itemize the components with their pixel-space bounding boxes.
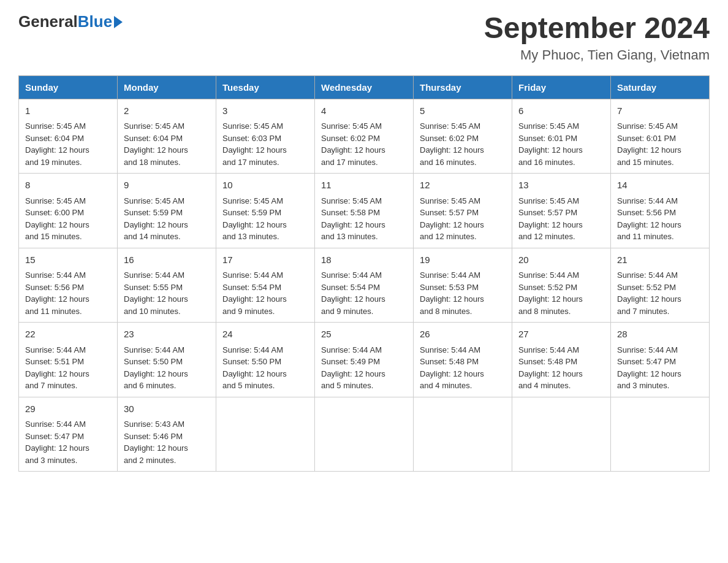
day-number: 4 [321, 104, 407, 118]
cell-sun-info: Sunrise: 5:45 AMSunset: 6:00 PMDaylight:… [25, 195, 111, 243]
day-header-sunday: Sunday [19, 75, 118, 99]
calendar-cell: 16Sunrise: 5:44 AMSunset: 5:55 PMDayligh… [118, 248, 216, 323]
calendar-cell: 14Sunrise: 5:44 AMSunset: 5:56 PMDayligh… [611, 174, 710, 248]
day-number: 10 [222, 178, 308, 193]
cell-sun-info: Sunrise: 5:45 AMSunset: 6:03 PMDaylight:… [222, 120, 308, 168]
day-number: 25 [321, 327, 407, 342]
cell-sun-info: Sunrise: 5:44 AMSunset: 5:51 PMDaylight:… [25, 344, 111, 392]
calendar-cell: 1Sunrise: 5:45 AMSunset: 6:04 PMDaylight… [19, 99, 118, 174]
cell-sun-info: Sunrise: 5:44 AMSunset: 5:50 PMDaylight:… [124, 344, 210, 392]
cell-sun-info: Sunrise: 5:45 AMSunset: 5:57 PMDaylight:… [420, 195, 506, 243]
day-number: 14 [617, 178, 703, 193]
cell-sun-info: Sunrise: 5:45 AMSunset: 5:58 PMDaylight:… [321, 195, 407, 243]
day-number: 22 [25, 327, 111, 342]
calendar-cell: 29Sunrise: 5:44 AMSunset: 5:47 PMDayligh… [19, 397, 118, 472]
cell-sun-info: Sunrise: 5:44 AMSunset: 5:48 PMDaylight:… [420, 344, 506, 392]
day-header-tuesday: Tuesday [216, 75, 315, 99]
calendar-cell: 22Sunrise: 5:44 AMSunset: 5:51 PMDayligh… [19, 323, 118, 397]
cell-sun-info: Sunrise: 5:45 AMSunset: 5:59 PMDaylight:… [124, 195, 210, 243]
day-number: 1 [25, 104, 111, 118]
logo: General Blue [18, 12, 123, 31]
calendar-cell: 11Sunrise: 5:45 AMSunset: 5:58 PMDayligh… [315, 174, 414, 248]
title-area: September 2024 My Phuoc, Tien Giang, Vie… [484, 12, 710, 63]
logo-general-text: General [18, 12, 78, 31]
calendar-cell: 10Sunrise: 5:45 AMSunset: 5:59 PMDayligh… [216, 174, 315, 248]
cell-sun-info: Sunrise: 5:44 AMSunset: 5:56 PMDaylight:… [617, 195, 703, 243]
day-number: 9 [124, 178, 210, 193]
week-row-1: 1Sunrise: 5:45 AMSunset: 6:04 PMDaylight… [19, 99, 710, 174]
cell-sun-info: Sunrise: 5:45 AMSunset: 6:01 PMDaylight:… [518, 120, 604, 168]
calendar-cell: 23Sunrise: 5:44 AMSunset: 5:50 PMDayligh… [118, 323, 216, 397]
calendar-cell [216, 397, 315, 472]
day-number: 15 [25, 253, 111, 267]
calendar-cell: 2Sunrise: 5:45 AMSunset: 6:04 PMDaylight… [118, 99, 216, 174]
day-header-wednesday: Wednesday [315, 75, 414, 99]
cell-sun-info: Sunrise: 5:45 AMSunset: 6:01 PMDaylight:… [617, 120, 703, 168]
day-number: 8 [25, 178, 111, 193]
calendar-cell: 17Sunrise: 5:44 AMSunset: 5:54 PMDayligh… [216, 248, 315, 323]
cell-sun-info: Sunrise: 5:44 AMSunset: 5:49 PMDaylight:… [321, 344, 407, 392]
calendar-cell: 20Sunrise: 5:44 AMSunset: 5:52 PMDayligh… [512, 248, 611, 323]
cell-sun-info: Sunrise: 5:44 AMSunset: 5:47 PMDaylight:… [617, 344, 703, 392]
calendar-cell: 18Sunrise: 5:44 AMSunset: 5:54 PMDayligh… [315, 248, 414, 323]
location-title: My Phuoc, Tien Giang, Vietnam [484, 47, 710, 63]
calendar-cell: 28Sunrise: 5:44 AMSunset: 5:47 PMDayligh… [611, 323, 710, 397]
cell-sun-info: Sunrise: 5:45 AMSunset: 5:57 PMDaylight:… [518, 195, 604, 243]
cell-sun-info: Sunrise: 5:45 AMSunset: 5:59 PMDaylight:… [222, 195, 308, 243]
day-number: 3 [222, 104, 308, 118]
day-number: 18 [321, 253, 407, 267]
cell-sun-info: Sunrise: 5:44 AMSunset: 5:54 PMDaylight:… [222, 269, 308, 317]
page-header: General Blue September 2024 My Phuoc, Ti… [18, 12, 710, 63]
month-title: September 2024 [484, 12, 710, 45]
day-number: 24 [222, 327, 308, 342]
calendar-cell: 5Sunrise: 5:45 AMSunset: 6:02 PMDaylight… [414, 99, 512, 174]
week-row-5: 29Sunrise: 5:44 AMSunset: 5:47 PMDayligh… [19, 397, 710, 472]
week-row-2: 8Sunrise: 5:45 AMSunset: 6:00 PMDaylight… [19, 174, 710, 248]
day-number: 19 [420, 253, 506, 267]
cell-sun-info: Sunrise: 5:44 AMSunset: 5:56 PMDaylight:… [25, 269, 111, 317]
calendar-cell [512, 397, 611, 472]
calendar-header: SundayMondayTuesdayWednesdayThursdayFrid… [19, 75, 710, 99]
cell-sun-info: Sunrise: 5:44 AMSunset: 5:53 PMDaylight:… [420, 269, 506, 317]
calendar-cell [414, 397, 512, 472]
cell-sun-info: Sunrise: 5:44 AMSunset: 5:48 PMDaylight:… [518, 344, 604, 392]
day-header-monday: Monday [118, 75, 216, 99]
day-header-friday: Friday [512, 75, 611, 99]
day-number: 30 [124, 402, 210, 416]
day-number: 16 [124, 253, 210, 267]
calendar-cell: 13Sunrise: 5:45 AMSunset: 5:57 PMDayligh… [512, 174, 611, 248]
calendar-cell: 3Sunrise: 5:45 AMSunset: 6:03 PMDaylight… [216, 99, 315, 174]
calendar-cell: 7Sunrise: 5:45 AMSunset: 6:01 PMDaylight… [611, 99, 710, 174]
cell-sun-info: Sunrise: 5:44 AMSunset: 5:54 PMDaylight:… [321, 269, 407, 317]
days-of-week-row: SundayMondayTuesdayWednesdayThursdayFrid… [19, 75, 710, 99]
calendar-cell: 25Sunrise: 5:44 AMSunset: 5:49 PMDayligh… [315, 323, 414, 397]
cell-sun-info: Sunrise: 5:44 AMSunset: 5:50 PMDaylight:… [222, 344, 308, 392]
calendar-cell: 30Sunrise: 5:43 AMSunset: 5:46 PMDayligh… [118, 397, 216, 472]
calendar-cell: 6Sunrise: 5:45 AMSunset: 6:01 PMDaylight… [512, 99, 611, 174]
cell-sun-info: Sunrise: 5:44 AMSunset: 5:55 PMDaylight:… [124, 269, 210, 317]
calendar-cell: 19Sunrise: 5:44 AMSunset: 5:53 PMDayligh… [414, 248, 512, 323]
cell-sun-info: Sunrise: 5:45 AMSunset: 6:02 PMDaylight:… [420, 120, 506, 168]
calendar-cell: 26Sunrise: 5:44 AMSunset: 5:48 PMDayligh… [414, 323, 512, 397]
day-number: 2 [124, 104, 210, 118]
cell-sun-info: Sunrise: 5:44 AMSunset: 5:52 PMDaylight:… [617, 269, 703, 317]
day-number: 20 [518, 253, 604, 267]
calendar-cell: 4Sunrise: 5:45 AMSunset: 6:02 PMDaylight… [315, 99, 414, 174]
day-number: 26 [420, 327, 506, 342]
day-header-saturday: Saturday [611, 75, 710, 99]
logo-arrow-icon [114, 16, 123, 28]
day-number: 6 [518, 104, 604, 118]
day-header-thursday: Thursday [414, 75, 512, 99]
logo-blue-text: Blue [78, 12, 112, 31]
day-number: 7 [617, 104, 703, 118]
calendar-cell: 15Sunrise: 5:44 AMSunset: 5:56 PMDayligh… [19, 248, 118, 323]
day-number: 29 [25, 402, 111, 416]
calendar-cell: 24Sunrise: 5:44 AMSunset: 5:50 PMDayligh… [216, 323, 315, 397]
week-row-3: 15Sunrise: 5:44 AMSunset: 5:56 PMDayligh… [19, 248, 710, 323]
cell-sun-info: Sunrise: 5:45 AMSunset: 6:04 PMDaylight:… [25, 120, 111, 168]
calendar-cell: 9Sunrise: 5:45 AMSunset: 5:59 PMDaylight… [118, 174, 216, 248]
cell-sun-info: Sunrise: 5:45 AMSunset: 6:04 PMDaylight:… [124, 120, 210, 168]
calendar-cell [611, 397, 710, 472]
day-number: 23 [124, 327, 210, 342]
day-number: 13 [518, 178, 604, 193]
